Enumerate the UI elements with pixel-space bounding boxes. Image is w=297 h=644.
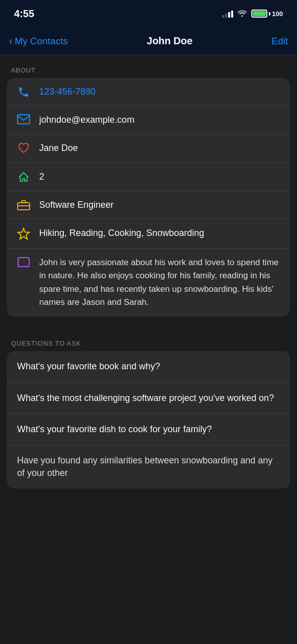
phone-value: 123-456-7890 bbox=[39, 86, 281, 98]
question-1-row: What's your favorite book and why? bbox=[7, 351, 290, 382]
back-label: My Contacts bbox=[15, 36, 68, 47]
question-4: Have you found any similarities between … bbox=[17, 454, 280, 479]
relative-value: Jane Doe bbox=[39, 142, 281, 154]
phone-icon bbox=[16, 86, 31, 98]
questions-section-label: QUESTIONS TO ASK bbox=[0, 329, 297, 351]
job-row[interactable]: Software Engineer bbox=[7, 191, 290, 219]
battery-icon: 100 bbox=[251, 10, 283, 18]
status-time: 4:55 bbox=[14, 8, 34, 20]
email-value: johndoe@example.com bbox=[39, 114, 281, 126]
chevron-left-icon: ‹ bbox=[9, 35, 13, 48]
page-title: John Doe bbox=[147, 35, 192, 47]
svg-rect-4 bbox=[18, 258, 29, 267]
relative-row[interactable]: Jane Doe bbox=[7, 134, 290, 163]
about-card: 123-456-7890 johndoe@example.com Jane Do… bbox=[7, 78, 290, 316]
question-3: What's your favorite dish to cook for yo… bbox=[17, 423, 212, 436]
email-row[interactable]: johndoe@example.com bbox=[7, 106, 290, 134]
email-icon bbox=[16, 114, 31, 124]
battery-level: 100 bbox=[272, 10, 283, 18]
question-1: What's your favorite book and why? bbox=[17, 360, 160, 373]
about-section-label: ABOUT bbox=[0, 55, 297, 78]
bio-row: John is very passionate about his work a… bbox=[7, 249, 290, 316]
house-icon bbox=[16, 171, 31, 183]
hobbies-value: Hiking, Reading, Cooking, Snowboarding bbox=[39, 227, 281, 239]
questions-card: What's your favorite book and why? What'… bbox=[7, 351, 290, 489]
svg-marker-3 bbox=[18, 228, 29, 239]
job-value: Software Engineer bbox=[39, 199, 281, 211]
navigation-bar: ‹ My Contacts John Doe Edit bbox=[0, 27, 297, 55]
hobbies-row[interactable]: Hiking, Reading, Cooking, Snowboarding bbox=[7, 219, 290, 249]
edit-button[interactable]: Edit bbox=[271, 36, 288, 47]
bio-value: John is very passionate about his work a… bbox=[39, 256, 281, 309]
star-icon bbox=[16, 227, 31, 240]
status-bar: 4:55 100 bbox=[0, 0, 297, 27]
question-2: What's the most challenging software pro… bbox=[17, 392, 274, 405]
briefcase-icon bbox=[16, 199, 31, 210]
svg-rect-0 bbox=[18, 115, 30, 124]
wifi-icon bbox=[237, 9, 247, 19]
children-value: 2 bbox=[39, 171, 281, 183]
question-3-row: What's your favorite dish to cook for yo… bbox=[7, 414, 290, 445]
status-icons: 100 bbox=[222, 9, 283, 19]
heart-icon bbox=[16, 142, 31, 153]
main-content: ABOUT 123-456-7890 johndoe@example.com bbox=[0, 55, 297, 644]
bio-icon bbox=[16, 257, 31, 268]
phone-row[interactable]: 123-456-7890 bbox=[7, 78, 290, 106]
signal-icon bbox=[222, 10, 233, 18]
back-button[interactable]: ‹ My Contacts bbox=[9, 35, 68, 48]
children-row[interactable]: 2 bbox=[7, 163, 290, 191]
question-2-row: What's the most challenging software pro… bbox=[7, 383, 290, 414]
question-4-row: Have you found any similarities between … bbox=[7, 445, 290, 489]
